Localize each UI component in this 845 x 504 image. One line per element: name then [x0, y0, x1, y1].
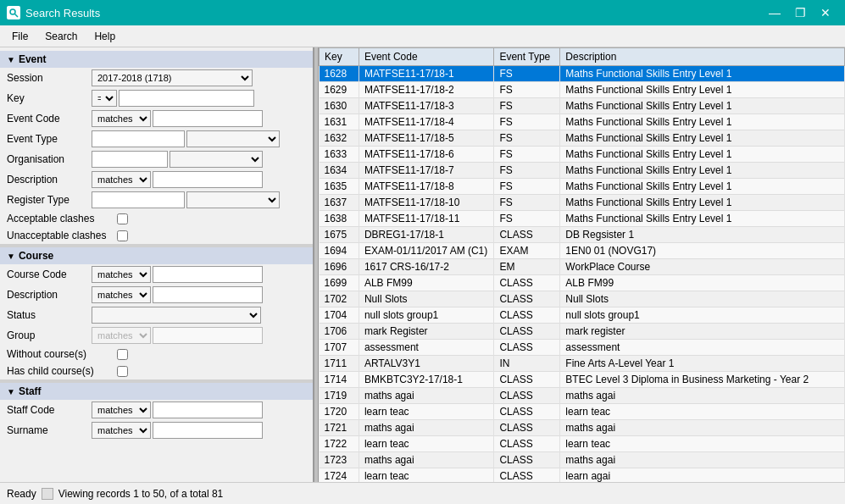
course-description-input[interactable] [153, 286, 263, 303]
course-section-label: Course [19, 250, 53, 262]
table-row[interactable]: 1628 MATFSE11-17/18-1 FS Maths Functiona… [320, 66, 845, 82]
table-row[interactable]: 1714 BMKBTC3Y2-17/18-1 CLASS BTEC Level … [320, 372, 845, 388]
staff-code-input[interactable] [153, 402, 263, 418]
table-row[interactable]: 1722 learn teac CLASS learn teac [320, 436, 845, 452]
organisation-select[interactable] [170, 151, 263, 168]
cell-key: 1632 [320, 130, 359, 147]
cell-event-type: FS [494, 163, 560, 179]
register-type-input[interactable] [92, 191, 185, 208]
cell-key: 1696 [320, 259, 359, 275]
table-row[interactable]: 1702 Null Slots CLASS Null Slots [320, 291, 845, 307]
cell-key: 1714 [320, 372, 359, 388]
table-row[interactable]: 1706 mark Register CLASS mark register [320, 324, 845, 340]
event-code-input[interactable] [153, 110, 263, 127]
key-row: Key =!=<> [0, 88, 313, 108]
description-event-row: Description matchesstarts withcontains [0, 169, 313, 190]
cell-description: learn teac [560, 404, 845, 420]
table-row[interactable]: 1633 MATFSE11-17/18-6 FS Maths Functiona… [320, 147, 845, 163]
menu-file[interactable]: File [3, 28, 36, 45]
surname-matches-select[interactable]: matchesstarts withcontains [92, 422, 151, 439]
cell-key: 1635 [320, 179, 359, 195]
event-type-select[interactable] [186, 130, 280, 147]
menu-search[interactable]: Search [36, 28, 86, 45]
col-header-event-code[interactable]: Event Code [359, 48, 494, 66]
table-row[interactable]: 1635 MATFSE11-17/18-8 FS Maths Functiona… [320, 179, 845, 195]
table-row[interactable]: 1704 null slots group1 CLASS null slots … [320, 307, 845, 324]
key-operator-select[interactable]: =!=<> [92, 90, 117, 107]
table-row[interactable]: 1629 MATFSE11-17/18-2 FS Maths Functiona… [320, 82, 845, 98]
table-row[interactable]: 1638 MATFSE11-17/18-11 FS Maths Function… [320, 211, 845, 227]
group-label: Group [7, 330, 92, 341]
cell-description: maths agai [560, 420, 845, 436]
cell-event-code: Null Slots [359, 291, 494, 307]
cell-event-code: learn teac [359, 468, 494, 483]
cell-event-code: MATFSE11-17/18-10 [359, 195, 494, 211]
event-code-row: Event Code matchesstarts withcontains [0, 108, 313, 129]
course-section-header[interactable]: ▼ Course [0, 247, 313, 264]
without-course-checkbox[interactable] [117, 349, 128, 360]
staff-code-matches-select[interactable]: matchesstarts withcontains [92, 402, 151, 418]
group-row: Group matches [0, 325, 313, 346]
col-header-key[interactable]: Key [320, 48, 359, 66]
event-type-input[interactable] [92, 130, 185, 147]
main-content: ▼ Event Session 2017-2018 (1718) Key =!=… [0, 47, 845, 482]
has-child-course-checkbox[interactable] [117, 366, 128, 377]
session-select[interactable]: 2017-2018 (1718) [92, 69, 253, 86]
description-matches-select[interactable]: matchesstarts withcontains [92, 171, 151, 188]
table-row[interactable]: 1696 1617 CRS-16/17-2 EM WorkPlace Cours… [320, 259, 845, 275]
event-section-header[interactable]: ▼ Event [0, 51, 313, 68]
table-row[interactable]: 1719 maths agai CLASS maths agai [320, 388, 845, 404]
table-row[interactable]: 1720 learn teac CLASS learn teac [320, 404, 845, 420]
cell-description: 1EN0 01 (NOVG17) [560, 243, 845, 259]
cell-key: 1719 [320, 388, 359, 404]
cell-event-code: assessment [359, 340, 494, 356]
maximize-button[interactable]: ❐ [787, 0, 813, 25]
organisation-input[interactable] [92, 151, 168, 168]
cell-description: Maths Functional Skills Entry Level 1 [560, 82, 845, 98]
cell-event-code: learn teac [359, 404, 494, 420]
table-row[interactable]: 1707 assessment CLASS assessment [320, 340, 845, 356]
register-type-select[interactable] [186, 191, 280, 208]
table-row[interactable]: 1721 maths agai CLASS maths agai [320, 420, 845, 436]
table-row[interactable]: 1724 learn teac CLASS learn agai [320, 468, 845, 483]
table-row[interactable]: 1637 MATFSE11-17/18-10 FS Maths Function… [320, 195, 845, 211]
table-row[interactable]: 1675 DBREG1-17/18-1 CLASS DB Regsister 1 [320, 227, 845, 243]
course-desc-matches-select[interactable]: matchesstarts withcontains [92, 286, 151, 303]
viewing-text: Viewing records 1 to 50, of a total 81 [58, 488, 224, 500]
table-row[interactable]: 1632 MATFSE11-17/18-5 FS Maths Functiona… [320, 130, 845, 147]
menu-help[interactable]: Help [86, 28, 124, 45]
course-code-matches-select[interactable]: matchesstarts withcontains [92, 266, 151, 283]
event-code-matches-select[interactable]: matchesstarts withcontains [92, 110, 151, 127]
results-table-container[interactable]: Key Event Code Event Type Description 16… [319, 47, 845, 482]
table-row[interactable]: 1630 MATFSE11-17/18-3 FS Maths Functiona… [320, 98, 845, 114]
table-row[interactable]: 1699 ALB FM99 CLASS ALB FM99 [320, 275, 845, 291]
unacceptable-clashes-checkbox[interactable] [117, 230, 128, 241]
app-icon [7, 6, 20, 19]
cell-event-type: CLASS [494, 291, 560, 307]
minimize-button[interactable]: — [762, 0, 787, 25]
cell-event-code: mark Register [359, 324, 494, 340]
table-row[interactable]: 1723 maths agai CLASS maths agai [320, 452, 845, 468]
register-type-label: Register Type [7, 194, 92, 206]
table-row[interactable]: 1711 ARTALV3Y1 IN Fine Arts A-Level Year… [320, 356, 845, 372]
table-row[interactable]: 1634 MATFSE11-17/18-7 FS Maths Functiona… [320, 163, 845, 179]
cell-event-code: MATFSE11-17/18-8 [359, 179, 494, 195]
cell-event-code: MATFSE11-17/18-7 [359, 163, 494, 179]
table-row[interactable]: 1694 EXAM-01/11/2017 AM (C1) EXAM 1EN0 0… [320, 243, 845, 259]
status-select[interactable] [92, 307, 261, 324]
cell-event-type: FS [494, 211, 560, 227]
close-button[interactable]: ✕ [813, 0, 838, 25]
key-input[interactable] [119, 90, 254, 107]
cell-key: 1630 [320, 98, 359, 114]
description-input[interactable] [153, 171, 263, 188]
staff-section-header[interactable]: ▼ Staff [0, 383, 313, 400]
cell-event-type: CLASS [494, 468, 560, 483]
surname-input[interactable] [153, 422, 263, 439]
cell-description: Fine Arts A-Level Year 1 [560, 356, 845, 372]
col-header-description[interactable]: Description [560, 48, 845, 66]
group-matches-select: matches [92, 327, 151, 344]
table-row[interactable]: 1631 MATFSE11-17/18-4 FS Maths Functiona… [320, 114, 845, 130]
col-header-event-type[interactable]: Event Type [494, 48, 560, 66]
acceptable-clashes-checkbox[interactable] [117, 213, 128, 224]
course-code-input[interactable] [153, 266, 263, 283]
